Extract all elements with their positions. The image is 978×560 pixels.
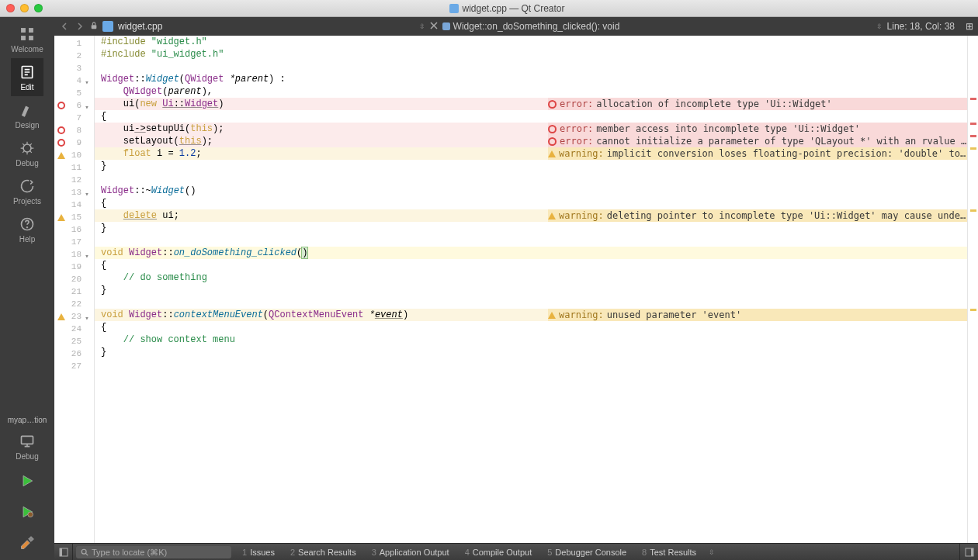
gutter-row[interactable]: 24: [54, 323, 94, 335]
nav-forward-button[interactable]: [75, 21, 85, 32]
gutter-row[interactable]: 17: [54, 236, 94, 248]
chevron-updown-icon[interactable]: ⇳: [704, 548, 720, 556]
output-pane-debugger-console[interactable]: 5Debugger Console: [539, 544, 634, 560]
inline-issue[interactable]: warning: unused parameter 'event': [548, 309, 967, 321]
zoom-icon[interactable]: [34, 4, 43, 12]
inline-issue[interactable]: warning: deleting pointer to incomplete …: [548, 209, 967, 222]
gutter-row[interactable]: 8: [54, 124, 94, 137]
code-line[interactable]: {: [95, 197, 967, 209]
output-pane-application-output[interactable]: 3Application Output: [364, 544, 457, 560]
code-line[interactable]: }: [95, 346, 967, 358]
code-line[interactable]: }: [95, 284, 967, 296]
cursor-position-label[interactable]: Line: 18, Col: 38: [887, 21, 955, 32]
gutter-row[interactable]: 12: [54, 174, 94, 186]
ruler-mark[interactable]: [970, 98, 976, 100]
output-pane-issues[interactable]: 1Issues: [234, 544, 283, 560]
ruler-mark[interactable]: [970, 309, 976, 311]
gutter-row[interactable]: 19: [54, 261, 94, 273]
gutter-row[interactable]: 15: [54, 211, 94, 223]
chevron-updown-icon[interactable]: ⇳: [419, 22, 425, 30]
code-line[interactable]: {: [95, 321, 967, 334]
sidebar-item-debug[interactable]: Debug: [11, 134, 43, 172]
code-line[interactable]: {: [95, 110, 967, 123]
split-icon[interactable]: ⊞: [966, 21, 973, 32]
code-line[interactable]: {: [95, 259, 967, 271]
toggle-rightpane-button[interactable]: [959, 544, 978, 560]
code-line[interactable]: [95, 172, 967, 185]
gutter-row[interactable]: 26: [54, 347, 94, 360]
ruler-mark[interactable]: [970, 147, 976, 150]
locator-field[interactable]: [92, 548, 227, 557]
code-line[interactable]: // do something: [95, 271, 967, 284]
ruler-mark[interactable]: [970, 123, 976, 125]
fold-icon[interactable]: ▾: [83, 102, 91, 109]
locator-input[interactable]: [76, 546, 231, 558]
gutter-row[interactable]: 4▾: [54, 74, 94, 87]
warning-marker-icon[interactable]: [57, 214, 65, 221]
code-line[interactable]: Widget::Widget(QWidget *parent) :: [95, 73, 967, 85]
code-line[interactable]: }: [95, 160, 967, 172]
project-kit-selector[interactable]: myap…tion: [0, 413, 54, 427]
close-icon[interactable]: [6, 4, 15, 12]
output-pane-test-results[interactable]: 8Test Results: [634, 544, 704, 560]
gutter-row[interactable]: 1: [54, 37, 94, 50]
code-line[interactable]: #include "widget.h": [95, 36, 967, 48]
gutter-row[interactable]: 2: [54, 50, 94, 62]
ruler-mark[interactable]: [970, 209, 976, 212]
run-target-selector[interactable]: Debug: [0, 427, 54, 467]
gutter-row[interactable]: 3: [54, 62, 94, 74]
code-area[interactable]: #include "widget.h"#include "ui_widget.h…: [95, 36, 967, 543]
gutter-row[interactable]: 6▾: [54, 99, 94, 112]
output-pane-search-results[interactable]: 2Search Results: [283, 544, 364, 560]
overview-ruler[interactable]: [967, 36, 978, 543]
warning-marker-icon[interactable]: [57, 152, 65, 159]
inline-issue[interactable]: error: allocation of incomplete type 'Ui…: [548, 98, 967, 110]
chevron-updown-icon[interactable]: ⇳: [876, 22, 883, 30]
error-marker-icon[interactable]: [57, 102, 65, 109]
ruler-mark[interactable]: [970, 135, 976, 137]
sidebar-item-design[interactable]: Design: [11, 96, 43, 134]
code-line[interactable]: [95, 234, 967, 247]
code-line[interactable]: [95, 358, 967, 371]
close-document-button[interactable]: [430, 21, 438, 32]
open-file-selector[interactable]: widget.cpp: [102, 21, 162, 32]
output-pane-compile-output[interactable]: 4Compile Output: [457, 544, 540, 560]
code-line[interactable]: void Widget::on_doSomething_clicked(): [95, 247, 967, 259]
inline-issue[interactable]: error: cannot initialize a parameter of …: [548, 135, 967, 147]
gutter-row[interactable]: 11: [54, 161, 94, 174]
symbol-navigator[interactable]: Widget::on_doSomething_clicked(): void: [442, 21, 620, 32]
gutter-row[interactable]: 5: [54, 87, 94, 99]
fold-icon[interactable]: ▾: [83, 251, 91, 258]
code-line[interactable]: [95, 296, 967, 309]
code-line[interactable]: #include "ui_widget.h": [95, 48, 967, 60]
code-line[interactable]: // show context menu: [95, 334, 967, 346]
code-line[interactable]: [95, 60, 967, 73]
sidebar-item-welcome[interactable]: Welcome: [11, 20, 43, 58]
error-marker-icon[interactable]: [57, 126, 65, 134]
debug-run-button[interactable]: [0, 498, 54, 529]
lock-icon[interactable]: [90, 21, 98, 32]
code-editor[interactable]: 1234▾56▾78910111213▾1415161718▾192021222…: [54, 36, 978, 543]
gutter-row[interactable]: 22: [54, 298, 94, 310]
nav-back-button[interactable]: [59, 21, 70, 32]
gutter-row[interactable]: 13▾: [54, 186, 94, 199]
warning-marker-icon[interactable]: [57, 313, 65, 320]
code-line[interactable]: QWidget(parent),: [95, 85, 967, 98]
gutter-row[interactable]: 18▾: [54, 248, 94, 261]
code-line[interactable]: Widget::~Widget(): [95, 185, 967, 197]
gutter-row[interactable]: 14: [54, 199, 94, 211]
sidebar-item-edit[interactable]: Edit: [11, 58, 43, 96]
gutter-row[interactable]: 23▾: [54, 310, 94, 323]
line-number-gutter[interactable]: 1234▾56▾78910111213▾1415161718▾192021222…: [54, 36, 95, 543]
gutter-row[interactable]: 9: [54, 137, 94, 149]
error-marker-icon[interactable]: [57, 139, 65, 147]
inline-issue[interactable]: error: member access into incomplete typ…: [548, 123, 967, 135]
gutter-row[interactable]: 21: [54, 285, 94, 298]
sidebar-item-projects[interactable]: Projects: [11, 172, 43, 210]
fold-icon[interactable]: ▾: [83, 188, 91, 196]
gutter-row[interactable]: 20: [54, 273, 94, 285]
build-button[interactable]: [0, 529, 54, 560]
toggle-sidebar-button[interactable]: [54, 544, 73, 560]
gutter-row[interactable]: 7: [54, 112, 94, 124]
gutter-row[interactable]: 25: [54, 335, 94, 347]
